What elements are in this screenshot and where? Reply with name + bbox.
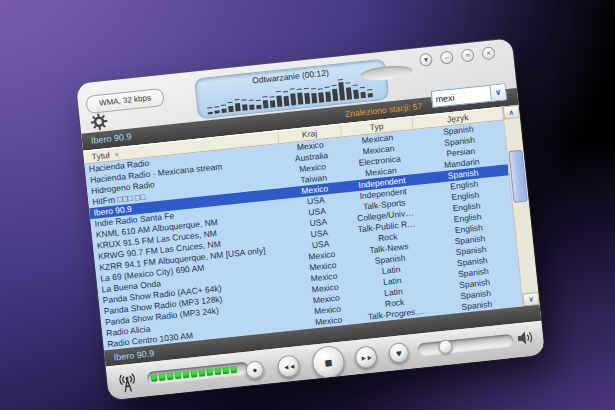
spectrum-bar (213, 91, 220, 113)
spectrum-bar (282, 84, 289, 106)
favorite-button[interactable]: ♥ (388, 342, 410, 364)
spectrum-bar (268, 85, 275, 107)
spectrum-bar (226, 90, 233, 112)
spectrum-bar (206, 92, 213, 114)
scroll-thumb[interactable] (508, 150, 527, 203)
window-controls: ▾ – ≈ × (419, 46, 496, 67)
buffer-segment (214, 367, 221, 375)
spectrum-bar (296, 82, 303, 104)
compact-mode-button[interactable]: ≈ (461, 48, 475, 62)
spectrum-bar (338, 78, 345, 100)
sort-icon: ▼ (113, 151, 120, 159)
spectrum-bar (303, 82, 310, 104)
volume-slider[interactable] (417, 334, 514, 357)
spectrum-bar (254, 87, 261, 109)
search-dropdown-button[interactable]: ∨ (489, 84, 505, 100)
previous-icon: ◄◄ (282, 362, 295, 370)
spectrum-bar (331, 79, 338, 101)
buffer-segment (175, 372, 182, 380)
spectrum-bar (220, 91, 227, 113)
stream-format-label: WMA, 32 kbps (85, 88, 164, 114)
spectrum-bar (310, 81, 317, 103)
chevron-down-icon: ∨ (495, 88, 502, 98)
next-button[interactable]: ►► (354, 345, 378, 369)
speaker-icon (516, 329, 536, 350)
header-label: Tytuł (91, 150, 110, 162)
buffer-segment (230, 366, 237, 374)
heart-icon: ♥ (395, 347, 402, 359)
record-button[interactable]: ● (245, 360, 265, 380)
spectrum-bar (324, 80, 331, 102)
buffer-segment (159, 373, 166, 381)
buffer-segment (206, 368, 213, 376)
chevron-down-icon: ∨ (528, 295, 534, 302)
buffer-segment (167, 372, 174, 380)
spectrum-bar (247, 88, 254, 110)
spectrum-bar (275, 85, 282, 107)
volume-thumb[interactable] (438, 339, 453, 354)
next-icon: ►► (360, 353, 373, 361)
settings-button[interactable] (89, 112, 109, 132)
spectrum-bar (359, 76, 366, 98)
spectrum-bar (289, 83, 296, 105)
player-window: ▾ – ≈ × WMA, 32 kbps (76, 38, 545, 400)
minimize-button[interactable]: – (440, 50, 454, 64)
antenna-icon (113, 368, 142, 400)
buffer-segment (151, 374, 158, 382)
buffer-progress (147, 362, 250, 386)
buffer-segment (183, 371, 190, 379)
buffer-segment (191, 370, 198, 378)
close-button[interactable]: × (481, 46, 495, 60)
spectrum-bar (261, 86, 268, 108)
spectrum-bar (345, 77, 352, 99)
stop-button[interactable]: ■ (311, 345, 346, 380)
menu-button[interactable]: ▾ (419, 53, 433, 67)
stop-icon: ■ (324, 354, 333, 370)
spectrum-bar (240, 88, 247, 110)
buffer-segment (222, 367, 229, 375)
chevron-up-icon: ∧ (508, 108, 514, 115)
previous-button[interactable]: ◄◄ (277, 354, 301, 378)
desktop-background: ▾ – ≈ × WMA, 32 kbps (0, 0, 615, 410)
buffer-segment (199, 369, 206, 377)
spectrum-bar (352, 77, 359, 99)
spectrum-bar (317, 80, 324, 102)
scroll-up-button[interactable]: ∧ (503, 105, 520, 120)
spectrum-bar (233, 89, 240, 111)
record-icon: ● (252, 365, 258, 374)
